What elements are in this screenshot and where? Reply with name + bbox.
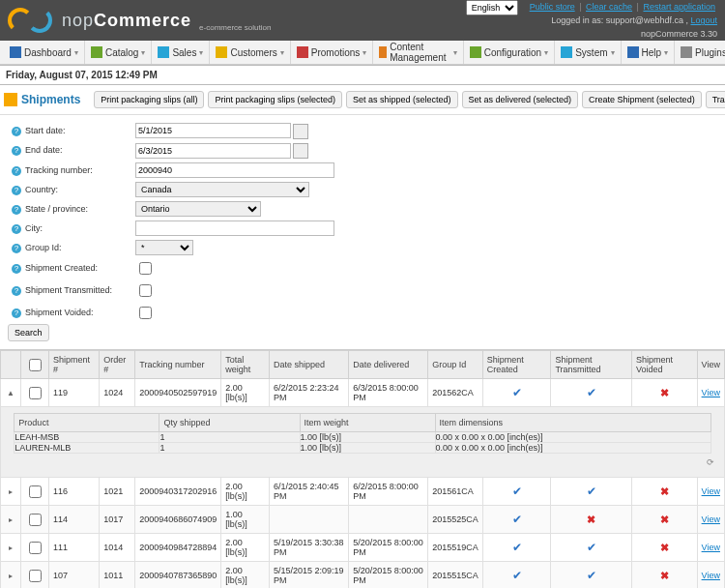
subcol-header: Qty shipped bbox=[160, 414, 300, 432]
subcol-header: Item dimensions bbox=[435, 414, 710, 432]
group-id: 2015519CA bbox=[428, 534, 483, 562]
main-menu: Dashboard▾Catalog▾Sales▾Customers▾Promot… bbox=[0, 41, 725, 65]
subgrid: ProductQty shippedItem weightItem dimens… bbox=[14, 413, 710, 454]
logout-link[interactable]: Logout bbox=[690, 15, 717, 25]
chevron-down-icon: ▾ bbox=[664, 48, 668, 57]
menu-icon bbox=[10, 46, 21, 58]
col-header: Shipment # bbox=[49, 351, 100, 379]
view-link[interactable]: View bbox=[702, 543, 720, 552]
col-header: Date shipped bbox=[270, 351, 349, 379]
group-id: 201561CA bbox=[428, 478, 483, 506]
expand-toggle[interactable]: ▸ bbox=[1, 478, 21, 506]
col-header: Group Id bbox=[428, 351, 483, 379]
row-checkbox[interactable] bbox=[29, 542, 42, 554]
col-header: Shipment Voided bbox=[632, 351, 698, 379]
view-link[interactable]: View bbox=[702, 388, 720, 397]
menu-configuration[interactable]: Configuration▾ bbox=[464, 41, 555, 64]
menu-content-management[interactable]: Content Management▾ bbox=[373, 41, 463, 64]
created-checkbox[interactable] bbox=[139, 262, 152, 275]
voided-checkbox[interactable] bbox=[139, 307, 152, 319]
table-row: ▸111101420009409847288942.00 [lb(s)]5/19… bbox=[1, 534, 725, 562]
row-checkbox[interactable] bbox=[29, 514, 42, 526]
table-row: ▸107101120009407873658902.00 [lb(s)]5/15… bbox=[1, 562, 725, 588]
transmitted-label: Shipment Transmitted: bbox=[25, 285, 112, 295]
expand-toggle[interactable]: ▲ bbox=[1, 379, 21, 407]
shipment-created: ✔ bbox=[482, 562, 551, 588]
shipment-voided: ✖ bbox=[632, 379, 698, 407]
help-icon: ? bbox=[12, 286, 21, 296]
search-button[interactable]: Search bbox=[8, 324, 49, 341]
chevron-down-icon: ▾ bbox=[611, 48, 615, 57]
expanded-subrow: ProductQty shippedItem weightItem dimens… bbox=[1, 407, 725, 478]
shipment-id: 107 bbox=[49, 562, 100, 588]
tracking-label: Tracking number: bbox=[25, 165, 93, 175]
top-bar: nopCommerce e-commerce solution English … bbox=[0, 0, 725, 41]
subgrid-refresh[interactable]: ⟳ bbox=[7, 454, 718, 471]
expand-toggle[interactable]: ▸ bbox=[1, 534, 21, 562]
view-cell: View bbox=[697, 379, 724, 407]
state-select[interactable]: Ontario bbox=[135, 201, 261, 217]
group-id: 2015525CA bbox=[428, 506, 483, 534]
menu-promotions[interactable]: Promotions▾ bbox=[291, 41, 374, 64]
print-packaging-slips-all--button[interactable]: Print packaging slips (all) bbox=[94, 91, 204, 108]
shipment-transmitted: ✔ bbox=[551, 534, 632, 562]
date-shipped: 6/1/2015 2:40:45 PM bbox=[270, 478, 349, 506]
expand-toggle[interactable]: ▸ bbox=[1, 506, 21, 534]
row-checkbox[interactable] bbox=[29, 570, 42, 582]
shipment-voided: ✖ bbox=[632, 562, 698, 588]
restart-application-link[interactable]: Restart application bbox=[643, 2, 715, 12]
view-link[interactable]: View bbox=[702, 514, 720, 524]
logo-swirl-2 bbox=[27, 8, 52, 33]
date-delivered: 5/20/2015 8:00:00 PM bbox=[349, 534, 428, 562]
date-shipped: 5/19/2015 3:30:38 PM bbox=[270, 534, 349, 562]
set-as-shipped-selected--button[interactable]: Set as shipped (selected) bbox=[346, 91, 458, 108]
logged-in-user: support@webhdf.ca bbox=[606, 15, 683, 25]
create-shipment-selected--button[interactable]: Create Shipment (selected) bbox=[582, 91, 702, 108]
subgrid-row: LAUREN-MLB11.00 [lb(s)]0.00 x 0.00 x 0.0… bbox=[14, 443, 710, 454]
start-date-label: Start date: bbox=[25, 126, 66, 135]
menu-dashboard[interactable]: Dashboard▾ bbox=[4, 41, 85, 64]
country-select[interactable]: Canada bbox=[135, 182, 309, 197]
help-icon: ? bbox=[12, 186, 21, 195]
menu-customers[interactable]: Customers▾ bbox=[210, 41, 290, 64]
clear-cache-link[interactable]: Clear cache bbox=[586, 2, 632, 12]
transmit-get-manifest-selected--button[interactable]: Transmit & Get Manifest (selected) bbox=[706, 91, 725, 108]
menu-sales[interactable]: Sales▾ bbox=[152, 41, 210, 64]
menu-help[interactable]: Help▾ bbox=[622, 41, 676, 64]
tracking-number: 2000940502597919 bbox=[135, 379, 221, 407]
total-weight: 1.00 [lb(s)] bbox=[221, 506, 270, 534]
end-date-input[interactable] bbox=[135, 143, 291, 159]
row-checkbox[interactable] bbox=[29, 387, 42, 399]
menu-system[interactable]: System▾ bbox=[555, 41, 621, 64]
shipment-created: ✔ bbox=[482, 379, 551, 407]
print-packaging-slips-selected--button[interactable]: Print packaging slips (selected) bbox=[208, 91, 342, 108]
shipment-voided: ✖ bbox=[632, 506, 698, 534]
public-store-link[interactable]: Public store bbox=[530, 2, 575, 12]
col-header: View bbox=[697, 351, 724, 379]
shipments-icon bbox=[4, 93, 17, 106]
view-link[interactable]: View bbox=[702, 486, 720, 496]
col-header: Total weight bbox=[221, 351, 270, 379]
calendar-icon[interactable] bbox=[293, 143, 308, 159]
row-checkbox[interactable] bbox=[29, 485, 42, 498]
voided-label: Shipment Voided: bbox=[25, 308, 94, 317]
group-select[interactable]: * bbox=[135, 240, 193, 255]
menu-label: Content Management bbox=[390, 42, 450, 63]
city-label: City: bbox=[25, 223, 43, 233]
start-date-input[interactable] bbox=[135, 123, 291, 138]
view-link[interactable]: View bbox=[702, 571, 720, 580]
shipment-id: 119 bbox=[49, 379, 100, 407]
col-header: Shipment Transmitted bbox=[551, 351, 632, 379]
expand-toggle[interactable]: ▸ bbox=[1, 562, 21, 588]
select-all-checkbox[interactable] bbox=[29, 359, 42, 371]
language-select[interactable]: English bbox=[466, 0, 518, 15]
set-as-delivered-selected--button[interactable]: Set as delivered (selected) bbox=[462, 91, 579, 108]
calendar-icon[interactable] bbox=[293, 124, 308, 139]
date-shipped: 6/2/2015 2:23:24 PM bbox=[270, 379, 349, 407]
menu-catalog[interactable]: Catalog▾ bbox=[85, 41, 152, 64]
menu-plugins[interactable]: Plugins▾ bbox=[675, 41, 725, 64]
transmitted-checkbox[interactable] bbox=[139, 284, 152, 297]
city-input[interactable] bbox=[135, 220, 334, 236]
tracking-input[interactable] bbox=[135, 162, 334, 178]
logo: nopCommerce e-commerce solution bbox=[8, 8, 271, 33]
